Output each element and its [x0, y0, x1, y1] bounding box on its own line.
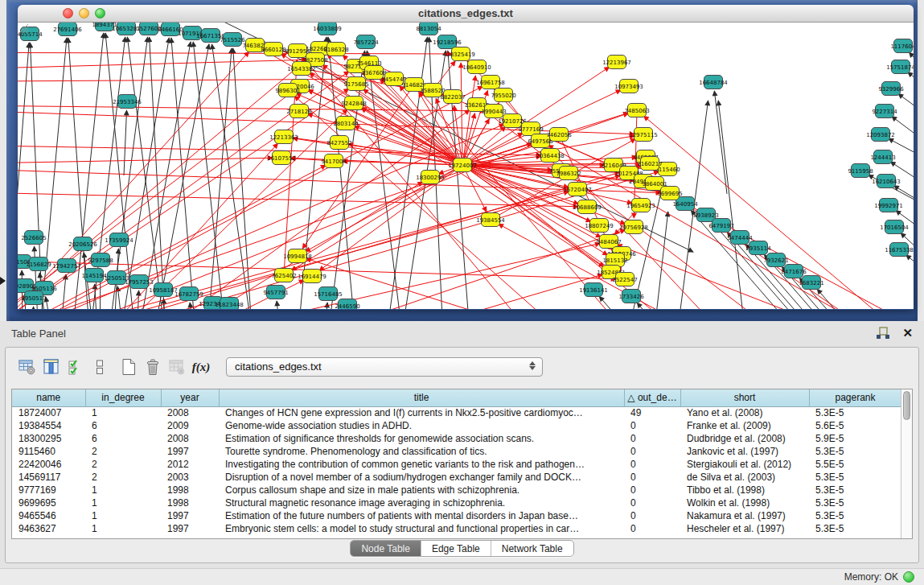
- table-cell[interactable]: 0: [624, 432, 680, 445]
- network-node[interactable]: 16782759: [175, 287, 203, 301]
- float-panel-icon[interactable]: [876, 327, 890, 340]
- network-edge[interactable]: [18, 191, 578, 207]
- column-header-short[interactable]: short: [680, 389, 809, 406]
- network-node[interactable]: 19218596: [433, 35, 462, 49]
- network-node[interactable]: 9457791: [263, 286, 288, 299]
- table-cell[interactable]: 2: [85, 471, 161, 484]
- table-cell[interactable]: 1: [85, 522, 161, 535]
- table-cell[interactable]: 6: [85, 419, 161, 432]
- network-node[interactable]: 7932621: [763, 253, 788, 267]
- network-node[interactable]: 8822037: [440, 90, 465, 104]
- network-node[interactable]: 18325419: [446, 47, 475, 61]
- table-cell[interactable]: 1997: [161, 509, 219, 522]
- network-node[interactable]: 7625402: [271, 269, 296, 282]
- column-header-pagerank[interactable]: pagerank: [809, 389, 901, 406]
- table-settings-icon[interactable]: [15, 355, 39, 379]
- network-node[interactable]: 12093872: [866, 128, 895, 142]
- table-cell[interactable]: 1998: [161, 484, 219, 496]
- column-header-year[interactable]: year: [161, 389, 219, 406]
- network-node[interactable]: 1990443: [481, 105, 506, 118]
- network-edge[interactable]: [18, 60, 306, 72]
- table-cell[interactable]: Dudbridge et al. (2008): [680, 432, 809, 445]
- table-cell[interactable]: 2003: [161, 471, 219, 484]
- row-selection-icon[interactable]: [64, 355, 88, 379]
- table-cell[interactable]: Tourette syndrome. Phenomenology and cla…: [219, 445, 624, 458]
- table-row[interactable]: 1872400712008Changes of HCN gene express…: [12, 406, 901, 419]
- network-node[interactable]: 9474444: [727, 231, 753, 245]
- table-cell[interactable]: 5.9E-5: [809, 432, 901, 445]
- network-node[interactable]: 6479197: [708, 219, 733, 233]
- network-node[interactable]: 2718126: [286, 105, 312, 118]
- network-node[interactable]: 2446590: [335, 299, 359, 310]
- network-node[interactable]: 9699695: [657, 187, 682, 200]
- table-cell[interactable]: 9115460: [12, 445, 85, 458]
- collapse-panel-arrow-icon[interactable]: [0, 277, 6, 285]
- network-node[interactable]: 8471676: [781, 265, 807, 278]
- network-node[interactable]: 9484067: [596, 235, 621, 249]
- table-cell[interactable]: Yano et al. (2008): [680, 406, 809, 419]
- table-cell[interactable]: 5.3E-5: [809, 445, 901, 458]
- network-node[interactable]: 9297588: [88, 253, 113, 267]
- network-edge[interactable]: [908, 72, 914, 99]
- table-cell[interactable]: Corpus callosum shape and size in male p…: [219, 484, 624, 496]
- column-visibility-icon[interactable]: [39, 355, 64, 379]
- table-cell[interactable]: 0: [624, 509, 680, 522]
- table-cell[interactable]: Embryonic stem cells: a model to study s…: [219, 522, 624, 535]
- table-cell[interactable]: 14569117: [12, 471, 85, 484]
- table-cell[interactable]: Hescheler et al. (1997): [680, 522, 809, 535]
- network-edge[interactable]: [637, 303, 736, 309]
- network-edge[interactable]: [462, 76, 475, 165]
- table-cell[interactable]: 2008: [161, 432, 219, 445]
- table-cell[interactable]: 1: [85, 406, 161, 419]
- network-node[interactable]: 12213363: [269, 130, 298, 144]
- network-edge[interactable]: [714, 91, 727, 194]
- table-cell[interactable]: 5.3E-5: [809, 471, 901, 484]
- network-node[interactable]: 19384554: [476, 213, 505, 227]
- network-edge[interactable]: [906, 255, 914, 284]
- table-cell[interactable]: Franke et al. (2009): [680, 419, 809, 432]
- table-cell[interactable]: 1: [85, 496, 161, 509]
- table-cell[interactable]: Investigating the contribution of common…: [219, 458, 624, 471]
- column-header-in_degree[interactable]: in_degree: [85, 389, 161, 406]
- network-node[interactable]: 7857224: [353, 35, 379, 49]
- network-node[interactable]: 8186328: [323, 43, 348, 56]
- network-node[interactable]: 19992971: [874, 199, 903, 212]
- table-row[interactable]: 1938455462009Genome-wide association stu…: [12, 419, 901, 432]
- network-node[interactable]: 7515526: [220, 33, 245, 47]
- network-node[interactable]: 11675338: [885, 243, 914, 257]
- table-cell[interactable]: 19384554: [12, 419, 85, 432]
- network-canvas-svg[interactable]: 4055714276914061894371106532871527602946…: [18, 23, 914, 309]
- table-cell[interactable]: 0: [624, 445, 680, 458]
- network-node[interactable]: 1145194: [81, 269, 107, 282]
- network-node[interactable]: 2522547: [612, 273, 637, 286]
- network-node[interactable]: 16961758: [476, 76, 505, 89]
- table-cell[interactable]: Genome-wide association studies in ADHD.: [219, 419, 624, 432]
- table-row[interactable]: 946554611997Estimation of the future num…: [12, 509, 901, 522]
- table-row[interactable]: 2242004622012Investigating the contribut…: [12, 458, 901, 471]
- function-builder-icon[interactable]: f(x): [189, 355, 213, 379]
- column-header-title[interactable]: title: [219, 389, 624, 406]
- table-row[interactable]: 1830029562008Estimation of significance …: [12, 432, 901, 445]
- network-node[interactable]: 1117604: [890, 39, 914, 53]
- table-cell[interactable]: 18724007: [12, 406, 85, 419]
- table-cell[interactable]: Wolkin et al. (1998): [680, 496, 809, 509]
- table-cell[interactable]: 1998: [161, 496, 219, 509]
- network-node[interactable]: 8813054: [416, 23, 441, 35]
- table-cell[interactable]: 0: [624, 471, 680, 484]
- column-header-name[interactable]: name: [12, 389, 85, 406]
- table-cell[interactable]: 2: [85, 458, 161, 471]
- network-edge[interactable]: [150, 37, 166, 309]
- memory-ok-indicator[interactable]: [903, 571, 914, 583]
- table-cell[interactable]: 6: [85, 432, 161, 445]
- table-cell[interactable]: 0: [624, 496, 680, 509]
- table-cell[interactable]: Jankovic et al. (1997): [680, 445, 809, 458]
- network-node[interactable]: 10688609: [573, 200, 602, 214]
- network-node[interactable]: 12213967: [602, 56, 631, 69]
- network-node[interactable]: 7462056: [546, 128, 572, 142]
- network-node[interactable]: 1733426: [618, 290, 644, 303]
- network-window-titlebar[interactable]: citations_edges.txt: [18, 5, 914, 23]
- network-node[interactable]: 1815132: [602, 253, 627, 267]
- table-cell[interactable]: Structural magnetic resonance image aver…: [219, 496, 624, 509]
- network-node[interactable]: 2803144: [333, 117, 359, 130]
- delete-table-icon[interactable]: [165, 355, 189, 379]
